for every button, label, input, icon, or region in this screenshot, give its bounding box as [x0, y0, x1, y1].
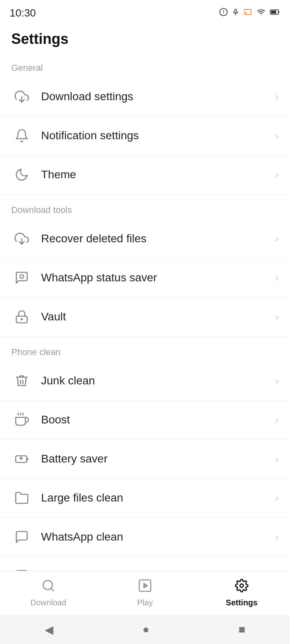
whatsapp-status-chevron: › — [275, 272, 279, 284]
menu-item-download-settings[interactable]: Download settings › — [0, 77, 290, 116]
menu-item-battery-saver[interactable]: Battery saver › — [0, 440, 290, 479]
section-header-download-tools: Download tools — [0, 198, 290, 219]
battery-icon — [270, 8, 280, 18]
vault-label: Vault — [41, 310, 272, 323]
large-files-label: Large files clean — [41, 491, 272, 504]
menu-item-vault[interactable]: Vault › — [0, 297, 290, 336]
recents-button[interactable]: ■ — [238, 623, 245, 636]
junk-clean-icon — [11, 370, 32, 391]
whatsapp-status-label: WhatsApp status saver — [41, 271, 272, 284]
status-time: 10:30 — [10, 7, 36, 19]
recover-deleted-label: Recover deleted files — [41, 232, 272, 245]
boost-icon — [11, 409, 32, 430]
svg-point-24 — [240, 584, 244, 588]
nav-item-download[interactable]: Download — [0, 579, 97, 607]
mic-icon — [232, 8, 239, 19]
status-bar: 10:30 — [0, 0, 290, 23]
battery-saver-chevron: › — [275, 453, 279, 465]
back-button[interactable]: ◀ — [45, 623, 54, 636]
cast-icon — [243, 8, 252, 18]
section-header-general: General — [0, 56, 290, 77]
alert-icon — [219, 8, 228, 19]
recover-deleted-icon — [11, 228, 32, 249]
boost-chevron: › — [275, 414, 279, 426]
svg-rect-3 — [235, 9, 237, 12]
section-header-phone-clean: Phone clean — [0, 340, 290, 361]
menu-item-junk-clean[interactable]: Junk clean › — [0, 361, 290, 400]
vault-icon — [11, 306, 32, 327]
notification-settings-label: Notification settings — [41, 129, 272, 142]
boost-label: Boost — [41, 413, 272, 426]
svg-point-13 — [21, 319, 23, 320]
nav-play-label: Play — [137, 598, 153, 607]
battery-saver-label: Battery saver — [41, 452, 272, 465]
notification-settings-chevron: › — [275, 130, 279, 142]
junk-clean-label: Junk clean — [41, 374, 272, 387]
svg-marker-23 — [144, 583, 147, 588]
wifi-icon — [256, 8, 266, 18]
whatsapp-clean-icon — [11, 526, 32, 547]
large-files-icon — [11, 487, 32, 508]
whatsapp-clean-label: WhatsApp clean — [41, 530, 272, 543]
battery-saver-icon — [11, 448, 32, 469]
svg-point-11 — [20, 275, 24, 279]
large-files-chevron: › — [275, 492, 279, 504]
download-settings-label: Download settings — [41, 90, 272, 103]
download-settings-chevron: › — [275, 91, 279, 103]
menu-item-whatsapp-status[interactable]: WhatsApp status saver › — [0, 258, 290, 297]
nav-download-label: Download — [31, 598, 66, 607]
notification-settings-icon — [11, 125, 32, 146]
theme-icon — [11, 164, 32, 185]
nav-item-play[interactable]: Play — [97, 579, 193, 607]
bottom-nav: Download Play Settings — [0, 571, 290, 615]
menu-item-notification-settings[interactable]: Notification settings › — [0, 116, 290, 155]
theme-chevron: › — [275, 169, 279, 181]
page-title: Settings — [0, 23, 290, 56]
nav-settings-label: Settings — [226, 598, 258, 607]
theme-label: Theme — [41, 168, 272, 181]
junk-clean-chevron: › — [275, 375, 279, 387]
settings-icon — [235, 579, 249, 596]
search-icon — [41, 579, 55, 596]
vault-chevron: › — [275, 311, 279, 323]
nav-item-settings[interactable]: Settings — [193, 579, 290, 607]
menu-item-large-files[interactable]: Large files clean › — [0, 479, 290, 518]
whatsapp-clean-chevron: › — [275, 531, 279, 543]
status-icons — [219, 8, 280, 19]
recover-deleted-chevron: › — [275, 233, 279, 245]
menu-item-whatsapp-clean[interactable]: WhatsApp clean › — [0, 518, 290, 557]
system-nav-bar: ◀ ● ■ — [0, 615, 290, 644]
whatsapp-status-icon — [11, 267, 32, 288]
menu-item-theme[interactable]: Theme › — [0, 155, 290, 194]
svg-line-21 — [51, 588, 54, 591]
play-icon — [138, 579, 152, 596]
menu-item-boost[interactable]: Boost › — [0, 400, 290, 440]
svg-rect-8 — [271, 10, 276, 13]
menu-item-recover-deleted[interactable]: Recover deleted files › — [0, 219, 290, 258]
download-settings-icon — [11, 86, 32, 107]
home-button[interactable]: ● — [143, 623, 149, 636]
